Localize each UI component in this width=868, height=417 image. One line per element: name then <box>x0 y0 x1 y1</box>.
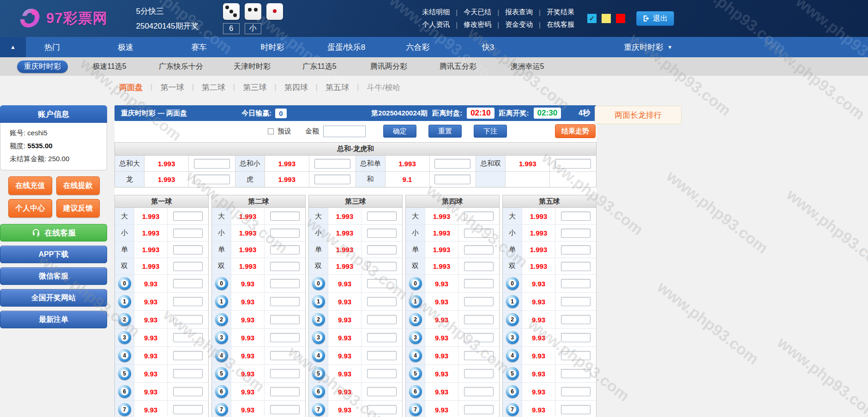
nav-item-6[interactable]: 六合彩 <box>406 37 430 57</box>
tab-2[interactable]: 第一球 <box>160 82 184 93</box>
top-link-3[interactable]: 资金变动 <box>505 20 533 29</box>
theme-swatch-2[interactable] <box>602 14 611 23</box>
top-link-1[interactable]: 个人资讯 <box>422 20 450 29</box>
bet-amount-input[interactable] <box>464 405 494 414</box>
bet-amount-input[interactable] <box>367 351 397 360</box>
bet-amount-input[interactable] <box>270 279 300 288</box>
nav-item-2[interactable]: 极速 <box>118 37 133 57</box>
top-link-2[interactable]: 修改密码 <box>464 20 491 29</box>
tab-6[interactable]: 第五球 <box>326 82 349 93</box>
tab-5[interactable]: 第四球 <box>284 82 308 93</box>
bet-amount-input[interactable] <box>464 297 494 306</box>
nav-collapse-button[interactable]: ▲ <box>0 37 26 57</box>
preset-checkbox[interactable] <box>268 128 274 134</box>
bet-amount-input[interactable] <box>173 351 203 360</box>
theme-swatch-3[interactable] <box>616 14 625 23</box>
bet-amount-input[interactable] <box>367 369 397 378</box>
top-link-2[interactable]: 今天已结 <box>464 8 491 17</box>
bet-amount-input[interactable] <box>561 245 591 254</box>
bet-amount-input[interactable] <box>194 175 230 184</box>
bet-amount-input[interactable] <box>270 387 300 396</box>
subnav-item-6[interactable]: 腾讯两分彩 <box>370 57 407 76</box>
site-logo[interactable]: 97彩票网 <box>18 6 107 30</box>
bet-amount-input[interactable] <box>367 245 397 254</box>
tab-7[interactable]: 斗牛/梭哈 <box>367 82 401 93</box>
game-dropdown[interactable]: 重庆时时彩 ▼ <box>624 37 673 57</box>
bet-amount-input[interactable] <box>464 387 494 396</box>
bet-amount-input[interactable] <box>561 279 591 288</box>
sidebar-orange-button-1[interactable]: 在线充值 <box>8 176 52 195</box>
sidebar-blue-button-4[interactable]: 最新注单 <box>0 311 107 328</box>
bet-amount-input[interactable] <box>314 175 350 184</box>
sidebar-blue-button-3[interactable]: 全国开奖网站 <box>0 289 107 307</box>
two-side-ranking-button[interactable]: 两面长龙排行 <box>595 106 681 124</box>
bet-amount-input[interactable] <box>464 351 494 360</box>
bet-amount-input[interactable] <box>270 229 300 238</box>
result-trend-button[interactable]: 结果走势 <box>555 124 596 138</box>
bet-amount-input[interactable] <box>194 159 230 169</box>
bet-amount-input[interactable] <box>464 333 494 342</box>
bet-amount-input[interactable] <box>173 369 203 378</box>
sidebar-orange-button-3[interactable]: 个人中心 <box>8 199 52 218</box>
subnav-item-8[interactable]: 澳洲幸运5 <box>511 57 544 76</box>
bet-amount-input[interactable] <box>173 229 203 238</box>
subnav-item-4[interactable]: 天津时时彩 <box>234 57 271 76</box>
bet-amount-input[interactable] <box>270 333 300 342</box>
subnav-item-7[interactable]: 腾讯五分彩 <box>440 57 476 76</box>
bet-amount-input[interactable] <box>173 212 203 221</box>
bet-amount-input[interactable] <box>464 229 494 238</box>
bet-amount-input[interactable] <box>314 159 350 169</box>
reset-button[interactable]: 重置 <box>428 125 462 138</box>
bet-amount-input[interactable] <box>367 279 397 288</box>
bet-amount-input[interactable] <box>561 405 591 414</box>
bet-amount-input[interactable] <box>270 212 300 221</box>
subnav-item-5[interactable]: 广东11选5 <box>302 57 337 76</box>
subnav-item-3[interactable]: 广东快乐十分 <box>159 57 203 76</box>
bet-amount-input[interactable] <box>173 262 203 271</box>
bet-amount-input[interactable] <box>464 245 494 254</box>
amount-input[interactable] <box>323 126 366 137</box>
bet-amount-input[interactable] <box>270 245 300 254</box>
bet-amount-input[interactable] <box>561 369 591 378</box>
bet-amount-input[interactable] <box>270 297 300 306</box>
theme-swatch-1[interactable]: ✓ <box>587 14 597 23</box>
bet-amount-input[interactable] <box>367 229 397 238</box>
bet-amount-input[interactable] <box>173 387 203 396</box>
bet-amount-input[interactable] <box>173 405 203 414</box>
nav-item-5[interactable]: 蛋蛋/快乐8 <box>327 37 365 57</box>
bet-amount-input[interactable] <box>173 315 203 324</box>
subnav-item-1[interactable]: 重庆时时彩 <box>17 60 68 73</box>
logout-button[interactable]: 退出 <box>636 11 674 26</box>
bet-amount-input[interactable] <box>561 315 591 324</box>
nav-item-7[interactable]: 快3 <box>482 37 494 57</box>
sidebar-blue-button-1[interactable]: APP下载 <box>0 246 107 263</box>
bet-amount-input[interactable] <box>434 175 470 184</box>
bet-amount-input[interactable] <box>561 333 591 342</box>
top-link-3[interactable]: 报表查询 <box>505 8 533 17</box>
sidebar-orange-button-4[interactable]: 建议反馈 <box>56 199 100 218</box>
bet-amount-input[interactable] <box>367 212 397 221</box>
confirm-button[interactable]: 确定 <box>383 125 416 138</box>
bet-amount-input[interactable] <box>173 279 203 288</box>
bet-amount-input[interactable] <box>464 279 494 288</box>
top-link-4[interactable]: 在线客服 <box>547 20 574 29</box>
bet-amount-input[interactable] <box>464 212 494 221</box>
bet-amount-input[interactable] <box>270 315 300 324</box>
bet-amount-input[interactable] <box>367 333 397 342</box>
bet-amount-input[interactable] <box>270 262 300 271</box>
bet-amount-input[interactable] <box>464 315 494 324</box>
top-link-4[interactable]: 开奖结果 <box>547 8 574 17</box>
sidebar-orange-button-2[interactable]: 在线提款 <box>56 176 100 195</box>
bet-amount-input[interactable] <box>270 351 300 360</box>
nav-item-3[interactable]: 赛车 <box>191 37 207 57</box>
bet-amount-input[interactable] <box>367 315 397 324</box>
bet-amount-input[interactable] <box>464 369 494 378</box>
bet-amount-input[interactable] <box>561 297 591 306</box>
bet-amount-input[interactable] <box>561 351 591 360</box>
sidebar-blue-button-2[interactable]: 微信客服 <box>0 267 107 285</box>
bet-amount-input[interactable] <box>367 405 397 414</box>
bet-amount-input[interactable] <box>367 387 397 396</box>
bet-amount-input[interactable] <box>561 229 591 238</box>
bet-amount-input[interactable] <box>555 159 591 169</box>
tab-4[interactable]: 第三球 <box>243 82 266 93</box>
